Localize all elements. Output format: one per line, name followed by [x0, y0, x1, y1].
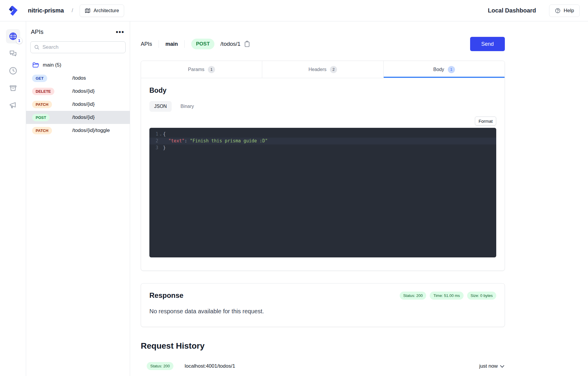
search-icon [34, 44, 40, 51]
response-card: Response Status: 200 Time: 51.00 ms Size… [141, 283, 505, 327]
main-panel: APIs main POST /todos/1 Send Params 1 [130, 21, 588, 376]
search-input[interactable] [30, 41, 126, 53]
api-sidebar: APIs ••• main (5) GET /todos [26, 21, 130, 376]
architecture-button[interactable]: Architecture [80, 4, 124, 17]
rail-item-storage[interactable] [6, 81, 20, 95]
method-badge: PATCH [32, 101, 52, 108]
json-body-editor[interactable]: 1 ⌄ { 2 "text": "Finish this prisma guid… [149, 128, 496, 257]
response-status-badge: Status: 200 [400, 292, 426, 300]
nitric-logo [0, 4, 26, 17]
json-string-value: "Finish this prisma guide :D" [190, 138, 268, 144]
response-size-badge: Size: 0 bytes [467, 292, 496, 300]
tab-headers[interactable]: Headers 2 [262, 61, 383, 78]
fold-chevron-icon[interactable]: ⌄ [158, 131, 163, 138]
line-number: 3 [152, 144, 158, 151]
breadcrumb-divider [184, 40, 185, 48]
breadcrumb-separator: / [72, 7, 73, 14]
rail-item-apis[interactable]: 1 [6, 29, 20, 43]
code-text: { [163, 131, 166, 138]
request-tabs: Params 1 Headers 2 Body 1 [141, 61, 505, 78]
code-text: "text": "Finish this prisma guide :D" [163, 138, 268, 144]
tab-count-badge: 1 [448, 66, 455, 73]
help-icon [555, 8, 561, 14]
route-list: GET /todos DELETE /todos/{id} PATCH /tod… [26, 72, 130, 137]
tab-count-badge: 2 [330, 66, 337, 73]
megaphone-icon [9, 101, 18, 110]
route-patch-toggle[interactable]: PATCH /todos/{id}/toggle [26, 124, 130, 137]
request-card: Params 1 Headers 2 Body 1 Body JS [141, 61, 505, 271]
body-mode-json[interactable]: JSON [149, 101, 172, 112]
method-badge: PATCH [32, 127, 52, 134]
rail-item-websockets[interactable] [6, 46, 20, 61]
route-post-todo[interactable]: POST /todos/{id} [26, 111, 130, 124]
tab-body[interactable]: Body 1 [383, 61, 505, 78]
code-text: } [163, 144, 166, 151]
tab-label: Headers [309, 67, 326, 72]
clock-icon [9, 66, 18, 75]
method-badge: DELETE [32, 88, 54, 95]
response-time-badge: Time: 51.00 ms [430, 292, 463, 300]
line-number: 1 [152, 131, 158, 138]
breadcrumb-divider [159, 40, 159, 48]
copy-path-icon[interactable] [244, 41, 250, 47]
editor-line: 3 } [149, 144, 496, 151]
breadcrumb-apis[interactable]: APIs [141, 41, 152, 47]
top-header: nitric-prisma / Architecture Local Dashb… [0, 0, 588, 21]
api-group-label: main (5) [43, 62, 61, 68]
route-delete-todo[interactable]: DELETE /todos/{id} [26, 85, 130, 98]
route-path: /todos/{id} [72, 101, 95, 107]
route-get-todos[interactable]: GET /todos [26, 72, 130, 85]
chat-bubbles-icon [9, 49, 18, 58]
body-panel: Body JSON Binary Format 1 ⌄ { 2 [141, 78, 505, 270]
help-button[interactable]: Help [549, 4, 580, 17]
route-path: /todos/{id} [72, 114, 95, 120]
route-path: /todos [72, 75, 86, 81]
editor-line-active: 2 "text": "Finish this prisma guide :D" [149, 138, 496, 144]
history-item[interactable]: Status: 200 localhost:4001/todos/1 just … [141, 362, 505, 376]
send-button[interactable]: Send [470, 37, 505, 51]
request-path: /todos/1 [220, 41, 241, 47]
history-url: localhost:4001/todos/1 [185, 363, 235, 369]
editor-line: 1 ⌄ { [149, 131, 496, 138]
tab-label: Body [433, 67, 444, 72]
tab-count-badge: 1 [208, 66, 215, 73]
sidebar-menu-button[interactable]: ••• [116, 31, 124, 34]
map-icon [85, 8, 91, 14]
folder-open-icon [32, 62, 39, 69]
format-button[interactable]: Format [475, 117, 496, 125]
project-title: nitric-prisma [28, 7, 64, 14]
apis-count-badge: 1 [16, 37, 23, 44]
tab-label: Params [188, 67, 204, 72]
method-badge: GET [32, 75, 47, 82]
api-group-main[interactable]: main (5) [26, 62, 130, 69]
architecture-label: Architecture [94, 8, 119, 13]
chevron-down-icon[interactable] [500, 363, 504, 367]
route-path: /todos/{id}/toggle [72, 128, 110, 133]
method-badge: POST [32, 114, 50, 121]
breadcrumb-api-name: main [165, 41, 178, 47]
body-panel-title: Body [149, 86, 496, 95]
rail-item-schedules[interactable] [6, 64, 20, 78]
sidebar-title: APIs [31, 29, 43, 35]
request-history-title: Request History [141, 341, 505, 351]
dashboard-title: Local Dashboard [488, 7, 536, 14]
bucket-icon [9, 84, 18, 92]
json-key: "text" [168, 138, 184, 144]
history-timestamp: just now [479, 363, 498, 369]
help-label: Help [564, 8, 574, 14]
response-title: Response [149, 291, 184, 300]
request-breadcrumb-bar: APIs main POST /todos/1 Send [141, 37, 505, 51]
route-path: /todos/{id} [72, 88, 95, 94]
response-empty-message: No response data available for this requ… [149, 308, 496, 315]
route-patch-todo[interactable]: PATCH /todos/{id} [26, 98, 130, 111]
tab-params[interactable]: Params 1 [141, 61, 262, 78]
history-status-badge: Status: 200 [147, 362, 173, 370]
rail-item-topics[interactable] [6, 98, 20, 112]
icon-rail: 1 [0, 21, 26, 376]
body-mode-binary[interactable]: Binary [181, 104, 194, 109]
line-number: 2 [152, 138, 158, 144]
request-method-badge: POST [191, 39, 214, 49]
